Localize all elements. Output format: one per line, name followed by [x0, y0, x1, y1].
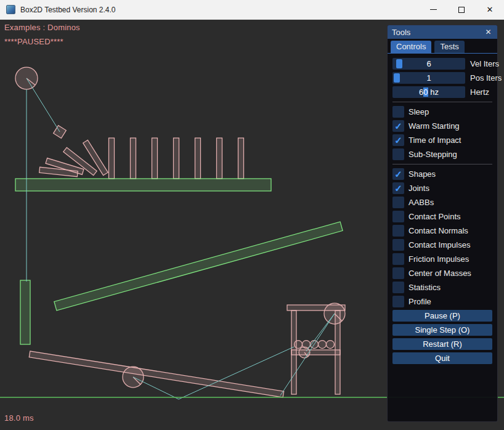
- hertz-label: Hertz: [470, 87, 489, 97]
- checkbox-label: Center of Masses: [408, 269, 471, 278]
- checkbox-label: Contact Impulses: [408, 240, 470, 249]
- vel-iters-value: 6: [392, 58, 465, 70]
- checkbox-label: AABBs: [408, 198, 434, 207]
- contact-points-checkbox[interactable]: [392, 211, 404, 222]
- profile-checkbox[interactable]: [392, 296, 404, 307]
- center-of-masses-checkbox[interactable]: [392, 267, 404, 279]
- separator: [392, 102, 492, 102]
- checkbox-row-warm-starting: ✓ Warm Starting: [392, 120, 492, 132]
- warm-starting-checkbox[interactable]: ✓: [392, 120, 404, 132]
- domino: [195, 138, 201, 179]
- checkbox-label: Sleep: [408, 107, 429, 116]
- example-label: Examples : Dominos: [4, 23, 80, 32]
- ball: [295, 341, 303, 349]
- titlebar: Box2D Testbed Version 2.4.0 ✕: [0, 0, 504, 20]
- domino: [238, 138, 244, 179]
- app-icon: [6, 5, 15, 14]
- domino: [109, 138, 115, 179]
- tools-close-button[interactable]: ✕: [484, 28, 493, 37]
- tools-title: Tools: [392, 28, 484, 37]
- dynamic-bodies: [15, 67, 345, 397]
- pos-iters-label: Pos Iters: [470, 73, 502, 83]
- checkbox-label: Friction Impulses: [408, 254, 469, 264]
- quit-button[interactable]: Quit: [392, 352, 492, 364]
- checkbox-row-statistics: Statistics: [392, 282, 492, 293]
- shapes-checkbox[interactable]: ✓: [392, 168, 404, 180]
- checkbox-label: Time of Impact: [408, 136, 461, 145]
- app-window: Box2D Testbed Version 2.4.0 ✕: [0, 0, 504, 430]
- ball: [327, 341, 335, 349]
- checkbox-label: Contact Normals: [408, 226, 468, 235]
- minimize-button[interactable]: [419, 0, 447, 19]
- window-title: Box2D Testbed Version 2.4.0: [20, 6, 419, 14]
- check-icon: ✓: [394, 136, 402, 145]
- checkbox-label: Shapes: [408, 169, 436, 179]
- checkbox-row-contact-impulses: Contact Impulses: [392, 239, 492, 251]
- tools-titlebar[interactable]: Tools ✕: [388, 25, 497, 39]
- minimize-icon: [430, 9, 437, 10]
- sub-stepping-checkbox[interactable]: [392, 148, 404, 160]
- hertz-input[interactable]: 60 hz: [392, 86, 465, 98]
- contact-impulses-checkbox[interactable]: [392, 239, 404, 251]
- tools-panel: Tools ✕ Controls Tests 6 Vel Iters: [387, 25, 498, 422]
- separator: [392, 164, 492, 164]
- vel-iters-row: 6 Vel Iters: [392, 58, 492, 70]
- check-icon: ✓: [394, 169, 402, 179]
- domino: [131, 138, 136, 179]
- checkbox-row-center-of-masses: Center of Masses: [392, 267, 492, 279]
- pos-iters-slider[interactable]: 1: [392, 72, 465, 84]
- checkbox-label: Sub-Stepping: [408, 150, 457, 159]
- checkbox-row-shapes: ✓ Shapes: [392, 168, 492, 180]
- joints-checkbox[interactable]: ✓: [392, 182, 404, 194]
- statistics-checkbox[interactable]: [392, 282, 404, 293]
- frame-time-label: 18.0 ms: [4, 413, 34, 423]
- ball: [319, 341, 327, 349]
- render-canvas[interactable]: Examples : Dominos ****PAUSED**** 18.0 m…: [0, 20, 504, 430]
- checkbox-row-contact-points: Contact Points: [392, 211, 492, 222]
- close-icon: ✕: [487, 5, 494, 14]
- checkbox-label: Contact Points: [408, 212, 461, 221]
- checkbox-row-joints: ✓ Joints: [392, 182, 492, 194]
- single-step-button[interactable]: Single Step (O): [392, 324, 492, 336]
- checkbox-row-profile: Profile: [392, 296, 492, 307]
- checkbox-row-sleep: Sleep: [392, 106, 492, 118]
- friction-impulses-checkbox[interactable]: [392, 253, 404, 265]
- tab-tests[interactable]: Tests: [434, 41, 464, 53]
- checkbox-row-time-of-impact: ✓ Time of Impact: [392, 134, 492, 146]
- tab-controls[interactable]: Controls: [391, 41, 431, 53]
- sleep-checkbox[interactable]: [392, 106, 404, 118]
- vel-iters-label: Vel Iters: [470, 59, 499, 68]
- hertz-value: 60 hz: [392, 86, 465, 98]
- close-button[interactable]: ✕: [476, 0, 504, 19]
- platform: [15, 179, 271, 191]
- hertz-row: 60 hz Hertz: [392, 86, 492, 98]
- vel-iters-slider[interactable]: 6: [392, 58, 465, 70]
- domino: [152, 138, 158, 179]
- aabbs-checkbox[interactable]: [392, 197, 404, 208]
- checkbox-row-sub-stepping: Sub-Stepping: [392, 148, 492, 160]
- pos-iters-row: 1 Pos Iters: [392, 72, 492, 84]
- tools-content: 6 Vel Iters 1 Pos Iters 60 hz: [388, 54, 497, 421]
- checkbox-row-aabbs: AABBs: [392, 197, 492, 208]
- domino: [217, 138, 222, 179]
- check-icon: ✓: [394, 184, 402, 193]
- time-of-impact-checkbox[interactable]: ✓: [392, 134, 404, 146]
- maximize-icon: [458, 7, 465, 13]
- checkbox-label: Statistics: [408, 283, 441, 292]
- diagonal-plank: [54, 222, 343, 310]
- checkbox-label: Joints: [408, 184, 429, 193]
- pos-iters-value: 1: [392, 72, 465, 84]
- checkbox-label: Warm Starting: [408, 121, 460, 131]
- vertical-block: [20, 280, 30, 344]
- checkbox-label: Profile: [408, 297, 431, 306]
- paused-label: ****PAUSED****: [4, 37, 63, 46]
- tools-tabbar: Controls Tests: [388, 39, 497, 54]
- domino: [174, 138, 179, 179]
- check-icon: ✓: [394, 121, 402, 131]
- tilted-plank: [29, 351, 283, 397]
- contact-normals-checkbox[interactable]: [392, 225, 404, 237]
- restart-button[interactable]: Restart (R): [392, 338, 492, 350]
- checkbox-row-friction-impulses: Friction Impulses: [392, 253, 492, 265]
- pause-button[interactable]: Pause (P): [392, 310, 492, 322]
- maximize-button[interactable]: [447, 0, 476, 19]
